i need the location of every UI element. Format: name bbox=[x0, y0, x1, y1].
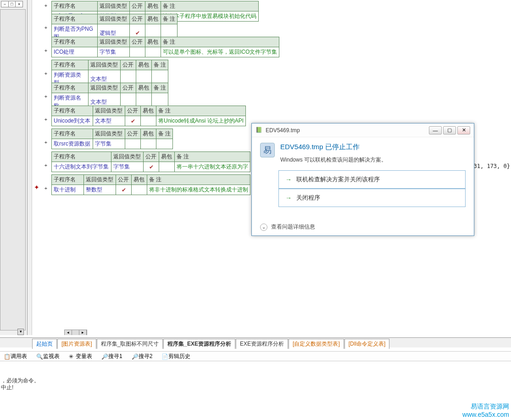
col-easy: 易包 bbox=[145, 14, 161, 24]
cell-easy[interactable] bbox=[132, 185, 147, 195]
cell-public[interactable]: ✔ bbox=[125, 116, 141, 126]
expand-icon[interactable]: + bbox=[43, 3, 49, 8]
expand-icon[interactable]: + bbox=[43, 185, 49, 191]
expand-icon[interactable]: + bbox=[43, 48, 49, 53]
sidebar-square-icon[interactable]: □ bbox=[9, 1, 16, 7]
cell-public[interactable] bbox=[125, 139, 141, 149]
expand-icon[interactable]: + bbox=[43, 140, 49, 145]
maximize-button[interactable]: ▢ bbox=[443, 126, 456, 134]
tool-watch[interactable]: 🔍监视表 bbox=[33, 351, 63, 362]
col-name: 子程序名 bbox=[52, 37, 98, 47]
cell-return[interactable]: 字节集 bbox=[93, 139, 125, 149]
col-public: 公开 bbox=[121, 60, 136, 70]
option-close-program[interactable]: → 关闭程序 bbox=[278, 189, 466, 207]
scroll-thumb[interactable] bbox=[72, 330, 79, 335]
col-easy: 易包 bbox=[145, 37, 161, 47]
cell-note[interactable]: 将一串十六进制文本还原为字 bbox=[175, 162, 250, 172]
output-line: ，必须为命令。 bbox=[1, 377, 510, 384]
cell-public[interactable]: ✔ bbox=[116, 185, 132, 195]
dialog-titlebar[interactable]: 📗 EDV5469.tmp — ▢ ✕ bbox=[252, 123, 474, 137]
expand-icon[interactable]: + bbox=[43, 71, 49, 76]
col-return: 返回值类型 bbox=[98, 1, 130, 11]
gutter: + + + + + + + + ✦ + bbox=[32, 0, 50, 330]
cell-easy[interactable] bbox=[141, 139, 156, 149]
output-panel: ，必须为命令。 中止! bbox=[0, 376, 511, 392]
cell-note[interactable]: 可以是单个图标、光标等，返回ICO文件字节集 bbox=[161, 47, 279, 57]
error-dialog: 📗 EDV5469.tmp — ▢ ✕ 易 EDV5469.tmp 已停止工作 … bbox=[251, 123, 474, 236]
col-name: 子程序名 bbox=[52, 1, 98, 11]
sidebar-x-icon[interactable]: × bbox=[16, 1, 22, 7]
cell-return[interactable]: 文本型 bbox=[93, 116, 125, 126]
expand-icon[interactable]: + bbox=[43, 94, 49, 99]
tool-calltable[interactable]: 📋调用表 bbox=[0, 351, 31, 362]
col-public: 公开 bbox=[130, 1, 145, 11]
horizontal-scrollbar[interactable]: ◂ ▸ bbox=[64, 330, 87, 335]
cell-name[interactable]: 十六进制文本到字节集 bbox=[52, 162, 111, 172]
tool-tabbar: 📋调用表 🔍监视表 ✳变量表 🔎搜寻1 🔎搜寻2 📄剪辑历史 bbox=[0, 351, 511, 361]
col-return: 返回值类型 bbox=[98, 14, 130, 24]
tab-exe-analysis-set[interactable]: 程序集_EXE资源程序分析 bbox=[163, 339, 235, 349]
dialog-message: Windows 可以联机检查该问题的解决方案。 bbox=[280, 156, 466, 164]
cell-name[interactable]: 取十进制 bbox=[52, 185, 84, 195]
cell-name[interactable]: Unicode到文本 bbox=[52, 116, 93, 126]
cell-name[interactable]: ICO处理 bbox=[52, 47, 98, 57]
cell-note[interactable]: 将非十进制的标准格式文本转换成十进制 bbox=[147, 185, 250, 195]
dialog-details-toggle[interactable]: ⌄ 查看问题详细信息 bbox=[260, 223, 315, 231]
code-fragment: 31, 173, 0} bbox=[474, 163, 510, 169]
tab-custom-types[interactable]: [自定义数据类型表] bbox=[289, 339, 344, 349]
expand-icon[interactable]: + bbox=[43, 117, 49, 122]
col-name: 子程序名 bbox=[52, 175, 84, 185]
cell-return[interactable]: 字节集 bbox=[98, 47, 130, 57]
app-large-icon: 易 bbox=[260, 143, 275, 157]
sidebar-minus-icon[interactable]: − bbox=[1, 1, 9, 7]
search-icon: 🔍 bbox=[36, 353, 42, 359]
col-public: 公开 bbox=[121, 83, 136, 93]
expand-icon[interactable]: + bbox=[43, 25, 49, 30]
tab-icon-sizes[interactable]: 程序集_取图标不同尺寸 bbox=[97, 339, 163, 349]
tool-clip[interactable]: 📄剪辑历史 bbox=[158, 351, 194, 362]
tab-dll-commands[interactable]: [Dll命令定义表] bbox=[344, 339, 390, 349]
scroll-down-icon[interactable]: ▾ bbox=[17, 329, 24, 335]
star-icon: ✦ bbox=[34, 184, 39, 191]
option-check-online[interactable]: → 联机检查解决方案并关闭该程序 bbox=[278, 170, 466, 189]
splitter[interactable] bbox=[28, 0, 32, 335]
col-name: 子程序名 bbox=[52, 14, 98, 24]
col-name: 子程序名 bbox=[52, 152, 111, 162]
cell-public[interactable]: ✔ bbox=[144, 162, 159, 172]
cell-easy[interactable] bbox=[159, 162, 175, 172]
col-return: 返回值类型 bbox=[93, 106, 125, 116]
cell-return[interactable]: 字节集 bbox=[111, 162, 144, 172]
cell-easy[interactable] bbox=[141, 116, 156, 126]
scroll-left-icon[interactable]: ◂ bbox=[65, 330, 72, 335]
sidebar-panel bbox=[0, 9, 26, 330]
dialog-title-text: EDV5469.tmp bbox=[266, 127, 428, 134]
col-easy: 易包 bbox=[141, 129, 156, 139]
col-note: 备 注 bbox=[161, 14, 178, 24]
cell-public[interactable] bbox=[130, 47, 145, 57]
expand-icon[interactable]: + bbox=[43, 162, 49, 168]
tool-vars[interactable]: ✳变量表 bbox=[65, 351, 96, 362]
tool-search2[interactable]: 🔎搜寻2 bbox=[128, 351, 156, 362]
watermark: 易语言资源网 www.e5a5x.com bbox=[462, 403, 509, 418]
scroll-right-icon[interactable]: ▸ bbox=[79, 330, 87, 335]
col-easy: 易包 bbox=[145, 1, 161, 11]
tab-exe-analysis[interactable]: EXE资源程序分析 bbox=[236, 339, 288, 349]
search-icon: 🔎 bbox=[101, 353, 107, 359]
col-note: 备 注 bbox=[147, 175, 250, 185]
cell-return[interactable]: 整数型 bbox=[84, 185, 116, 195]
tab-image-resources[interactable]: [图片资源表] bbox=[57, 339, 96, 349]
col-name: 子程序名 bbox=[52, 83, 89, 93]
minimize-button[interactable]: — bbox=[429, 126, 442, 134]
cell-note[interactable] bbox=[156, 139, 173, 149]
col-return: 返回值类型 bbox=[93, 129, 125, 139]
tab-start[interactable]: 起始页 bbox=[32, 339, 57, 349]
col-public: 公开 bbox=[125, 129, 141, 139]
cell-name[interactable]: 取rsrc资源数据 bbox=[52, 139, 93, 149]
close-button[interactable]: ✕ bbox=[457, 126, 470, 134]
cell-easy[interactable] bbox=[145, 47, 161, 57]
cell-note[interactable]: 将Unicode转成Ansi 论坛上抄的API bbox=[156, 116, 246, 126]
tool-search1[interactable]: 🔎搜寻1 bbox=[98, 351, 126, 362]
list-icon: 📋 bbox=[4, 353, 9, 359]
subroutine-table: 子程序名返回值类型公开易包备 注取rsrc资源数据字节集 bbox=[51, 129, 173, 149]
col-return: 返回值类型 bbox=[98, 37, 130, 47]
